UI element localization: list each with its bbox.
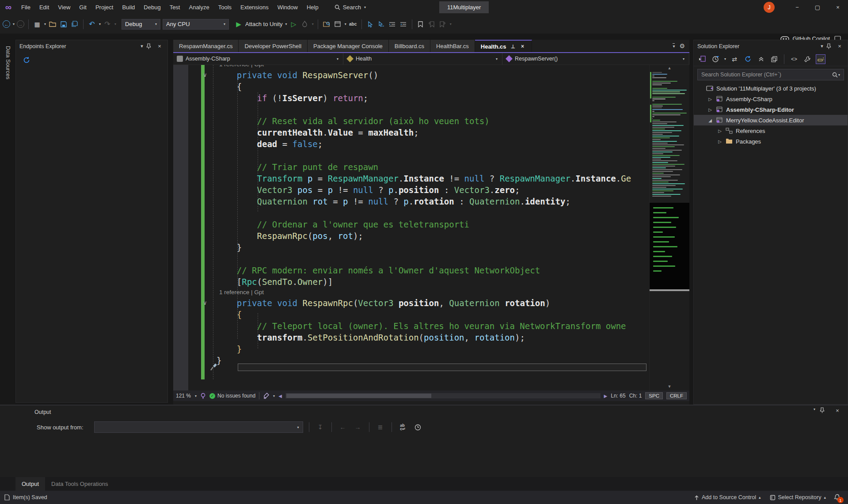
editor-zoom-level[interactable]: 121 %	[176, 393, 191, 399]
breadcrumb-assembly[interactable]: Assembly-CSharp▾	[173, 53, 343, 64]
hscroll-right-icon[interactable]: ▶	[604, 394, 608, 398]
minimap-scrollbar[interactable]: ▲ ▼	[649, 65, 689, 390]
scroll-up-icon[interactable]: ▲	[650, 66, 689, 70]
tree-item-assembly-csharp-editor[interactable]: ▷Assembly-CSharp-Editor	[694, 104, 848, 115]
codelens-references[interactable]: 1 reference | Gpt	[217, 288, 649, 297]
code-line[interactable]: // Reset vida al servidor (això ho veuen…	[217, 115, 649, 127]
tab-developer-powershell[interactable]: Developer PowerShell	[239, 40, 308, 52]
horizontal-scroll-thumb[interactable]	[286, 394, 431, 398]
collapse-all-icon[interactable]	[756, 54, 766, 64]
code-cleanup-icon[interactable]	[263, 393, 269, 399]
code-line[interactable]: if (!IsServer) return;	[217, 92, 649, 104]
tree-item-solution-11multiplayer-3-of-3-projects-[interactable]: Solution '11Multiplayer' (3 of 3 project…	[694, 83, 848, 94]
hot-reload-caret-icon[interactable]: ▾	[312, 22, 314, 26]
start-debug-icon[interactable]: ▶	[234, 20, 243, 29]
notifications-bell-button[interactable]: 1	[830, 491, 844, 504]
close-panel-icon[interactable]: ×	[155, 43, 164, 49]
code-line[interactable]: Transform p = RespawnManager.Instance !=…	[217, 173, 649, 184]
add-to-source-control-button[interactable]: Add to Source Control ▴	[690, 491, 765, 504]
new-project-icon[interactable]: ▦	[33, 20, 42, 29]
code-line[interactable]: Vector3 pos = p != null ? p.position : V…	[217, 184, 649, 196]
tree-expanded-arrow-icon[interactable]: ◢	[707, 118, 713, 123]
code-line[interactable]: {	[217, 309, 649, 320]
user-avatar[interactable]: J	[764, 2, 775, 13]
fold-chevron-icon[interactable]: ∨	[203, 297, 211, 309]
close-panel-icon[interactable]: ×	[835, 43, 844, 49]
panel-menu-caret-icon[interactable]: ▾	[818, 43, 826, 49]
pin-icon[interactable]	[826, 43, 835, 49]
document-list-icon[interactable]: ▾	[673, 43, 675, 49]
code-line[interactable]: ∨ private void RespawnRpc(Vector3 positi…	[217, 297, 649, 309]
select-pointer-icon[interactable]	[366, 20, 375, 29]
code-line[interactable]: RespawnRpc(pos, rot);	[217, 230, 649, 242]
solution-configuration-dropdown[interactable]: Debug▾	[122, 19, 160, 30]
code-line[interactable]: {	[217, 81, 649, 92]
navigate-back-caret-icon[interactable]: ▾	[13, 22, 15, 26]
code-line[interactable]: // Teleport local (owner). Els altres ho…	[217, 320, 649, 332]
solution-search-input[interactable]: Search Solution Explorer (Ctrl+`) ▾	[697, 69, 844, 80]
code-line[interactable]: [Rpc(SendTo.Owner)]	[217, 276, 649, 288]
line-ending-indicator[interactable]: CRLF	[666, 392, 687, 399]
code-line[interactable]: dead = false;	[217, 138, 649, 150]
horizontal-scrollbar[interactable]	[285, 393, 601, 398]
tab-respawnmanager-cs[interactable]: RespawnManager.cs	[173, 40, 239, 52]
start-without-debug-icon[interactable]: ▷	[289, 20, 298, 29]
indent-increase-icon[interactable]	[399, 20, 408, 29]
menu-extensions[interactable]: Extensions	[236, 0, 273, 15]
code-line[interactable]: // Ordenar a l'owner que es teletranspor…	[217, 219, 649, 230]
menu-test[interactable]: Test	[165, 0, 185, 15]
switch-views-icon[interactable]: ⇄	[730, 54, 739, 64]
indent-decrease-icon[interactable]	[388, 20, 397, 29]
menu-help[interactable]: Help	[302, 0, 323, 15]
codelens-references[interactable]: 1 reference | Gpt	[217, 65, 649, 69]
code-line[interactable]: // RPC modern: enviar només a l'Owner d'…	[217, 265, 649, 276]
panel-menu-caret-icon[interactable]: ▾	[137, 43, 146, 49]
code-line[interactable]	[217, 253, 649, 265]
tree-item-merryyellow-codeassist-editor[interactable]: ◢MerryYellow.CodeAssist.Editor	[694, 115, 848, 125]
quick-actions-screwdriver-icon[interactable]	[209, 363, 218, 371]
attach-caret-icon[interactable]: ▾	[285, 22, 287, 26]
navigate-forward-icon[interactable]: →	[17, 20, 24, 28]
open-folder-icon[interactable]	[48, 20, 57, 29]
code-line[interactable]: ∨ private void RespawnServer()	[217, 69, 649, 81]
redo-icon[interactable]: ↷	[103, 20, 112, 29]
menu-build[interactable]: Build	[118, 0, 139, 15]
close-tab-icon[interactable]: ×	[520, 42, 526, 51]
search-options-caret-icon[interactable]: ▾	[838, 73, 840, 77]
save-all-icon[interactable]	[70, 20, 79, 29]
pending-changes-filter-icon[interactable]	[711, 54, 720, 64]
word-wrap-icon[interactable]: abc↵	[398, 422, 408, 432]
search-control[interactable]: Search ▾	[335, 4, 366, 11]
menu-project[interactable]: Project	[91, 0, 118, 15]
code-line[interactable]: // Triar punt de respawn	[217, 161, 649, 173]
menu-view[interactable]: View	[53, 0, 75, 15]
tree-item-references[interactable]: ▷References	[694, 125, 848, 136]
scroll-down-icon[interactable]: ▼	[650, 384, 689, 389]
menu-window[interactable]: Window	[273, 0, 302, 15]
pin-icon[interactable]	[820, 407, 829, 414]
find-in-files-icon[interactable]	[322, 20, 331, 29]
zoom-caret-icon[interactable]: ▾	[195, 394, 197, 398]
code-line[interactable]: currentHealth.Value = maxHealth;	[217, 127, 649, 138]
code-cleanup-caret-icon[interactable]: ▾	[273, 394, 275, 398]
code-line[interactable]: }	[217, 242, 649, 253]
code-line[interactable]	[217, 150, 649, 161]
tree-item-assembly-csharp[interactable]: ▷Assembly-CSharp	[694, 94, 848, 104]
preview-selected-items-icon[interactable]	[816, 54, 825, 64]
previous-bookmark-icon[interactable]	[427, 20, 436, 29]
tree-collapsed-arrow-icon[interactable]: ▷	[707, 107, 713, 112]
show-all-files-icon[interactable]	[769, 54, 779, 64]
pin-icon[interactable]	[146, 43, 155, 49]
refresh-icon[interactable]	[743, 54, 753, 64]
intellisense-pointer-icon[interactable]	[377, 20, 386, 29]
tab-healthbar-cs[interactable]: HealthBar.cs	[430, 40, 475, 52]
view-code-icon[interactable]: <>	[789, 54, 799, 64]
tree-collapsed-arrow-icon[interactable]: ▷	[707, 97, 713, 102]
attach-to-unity-label[interactable]: Attach to Unity	[245, 21, 283, 27]
line-indicator[interactable]: Ln: 65	[611, 393, 625, 399]
tab-billboard-cs[interactable]: Billboard.cs	[389, 40, 430, 52]
new-project-caret-icon[interactable]: ▾	[44, 22, 46, 26]
code-line[interactable]	[217, 207, 649, 219]
tree-collapsed-arrow-icon[interactable]: ▷	[717, 139, 723, 144]
next-bookmark-icon[interactable]	[438, 20, 447, 29]
